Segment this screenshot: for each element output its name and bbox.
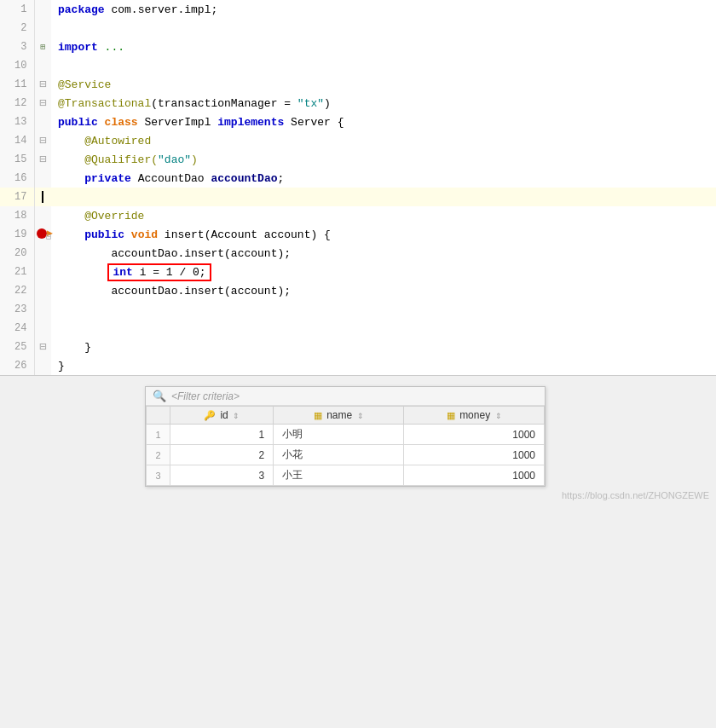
- table-col-icon: ▦: [314, 410, 322, 420]
- line-code: import ...: [51, 38, 716, 56]
- annotation: @Service: [58, 78, 111, 91]
- line-code: }: [51, 356, 716, 375]
- gutter: ⊟: [34, 150, 51, 169]
- line-code: [51, 19, 716, 38]
- fold-icon[interactable]: ⊞: [40, 43, 45, 52]
- fold-down-icon[interactable]: ⊟: [39, 134, 46, 147]
- line-number: 1: [0, 0, 34, 19]
- keyword: public: [84, 228, 131, 241]
- breakpoint-icon[interactable]: [37, 228, 47, 239]
- gutter: [34, 113, 51, 131]
- line-code: public void insert(Account account) {: [51, 225, 716, 244]
- gutter: [34, 19, 51, 38]
- line-number: 12: [0, 94, 34, 113]
- line-code: @Qualifier("dao"): [51, 150, 716, 169]
- line-number: 26: [0, 356, 34, 375]
- line-code: int i = 1 / 0;: [51, 263, 716, 281]
- line-number: 15: [0, 150, 34, 169]
- annotation: @Qualifier(: [58, 153, 158, 166]
- table-header-row: 🔑 id ⇕ ▦ name ⇕ ▦ money ⇕: [147, 407, 545, 425]
- cell-id: 1: [170, 425, 274, 445]
- line-number: 18: [0, 206, 34, 225]
- table-row: 22 accountDao.insert(account);: [0, 281, 716, 300]
- db-toolbar: 🔍 <Filter criteria>: [146, 387, 545, 406]
- search-icon: 🔍: [153, 390, 166, 402]
- fold-down-icon[interactable]: ⊟: [39, 153, 46, 166]
- fold-down-icon[interactable]: ⊟: [39, 96, 46, 110]
- line-number: 22: [0, 281, 34, 300]
- col-id[interactable]: 🔑 id ⇕: [170, 407, 274, 425]
- keyword: package: [58, 3, 111, 16]
- gutter: ⊟: [34, 338, 51, 356]
- line-code: public class ServerImpl implements Serve…: [51, 113, 716, 131]
- table-row: 26 }: [0, 356, 716, 375]
- gutter: [34, 244, 51, 263]
- table-row: 11 ⊟ @Service: [0, 75, 716, 94]
- line-code: @Transactional(transactionManager = "tx"…: [51, 94, 716, 113]
- fold-icon[interactable]: ⊟: [39, 340, 46, 354]
- col-name[interactable]: ▦ name ⇕: [274, 407, 404, 425]
- table-row: 16 private AccountDao accountDao;: [0, 169, 716, 188]
- sort-icon[interactable]: ⇕: [495, 412, 502, 420]
- code-text: (transactionManager =: [151, 97, 297, 110]
- gutter: [34, 206, 51, 225]
- table-row: 2 2 小花 1000: [147, 445, 545, 465]
- table-row: 24: [0, 319, 716, 338]
- line-number: 11: [0, 75, 34, 94]
- table-row: 25 ⊟ }: [0, 338, 716, 356]
- line-number: 13: [0, 113, 34, 131]
- gutter: [34, 319, 51, 338]
- fold-down-icon[interactable]: ⊟: [39, 78, 46, 91]
- sort-icon[interactable]: ⇕: [233, 412, 240, 420]
- table-row: 3 3 小王 1000: [147, 465, 545, 486]
- line-code: accountDao.insert(account);: [51, 281, 716, 300]
- line-number: 14: [0, 131, 34, 150]
- db-panel: 🔍 <Filter criteria> 🔑 id ⇕ ▦ name ⇕ ▦ mo…: [145, 386, 546, 487]
- gutter: ⊟: [34, 94, 51, 113]
- annotation: @Transactional: [58, 97, 151, 110]
- line-number: 16: [0, 169, 34, 188]
- col-money-label: money: [459, 409, 490, 421]
- col-money[interactable]: ▦ money ⇕: [404, 407, 545, 425]
- annotation: @Override: [58, 210, 144, 222]
- table-row: 18 @Override: [0, 206, 716, 225]
- table-row: 10: [0, 56, 716, 75]
- filter-text: <Filter criteria>: [171, 390, 240, 402]
- table-row: 13 public class ServerImpl implements Se…: [0, 113, 716, 131]
- field-name: accountDao: [211, 172, 277, 185]
- int-keyword: int: [113, 266, 132, 279]
- error-highlight-box: int i = 1 / 0;: [107, 263, 211, 281]
- table-row: 14 ⊟ @Autowired: [0, 131, 716, 150]
- code-text: insert(Account account) {: [165, 228, 331, 241]
- table-row: 3 ⊞ import ...: [0, 38, 716, 56]
- gutter: [34, 169, 51, 188]
- cell-money: 1000: [404, 445, 545, 465]
- fold-down-icon[interactable]: ⊟: [46, 234, 51, 242]
- gutter: [34, 300, 51, 319]
- line-code: accountDao.insert(account);: [51, 244, 716, 263]
- line-code: private AccountDao accountDao;: [51, 169, 716, 188]
- line-code: @Autowired: [51, 131, 716, 150]
- code-text: ServerImpl: [144, 116, 217, 129]
- gutter: [34, 356, 51, 375]
- gutter: ⊞: [34, 38, 51, 56]
- line-number: 19: [0, 225, 34, 244]
- code-text: accountDao.insert(account);: [111, 285, 291, 298]
- table-row: 12 ⊟ @Transactional(transactionManager =…: [0, 94, 716, 113]
- keyword: public: [58, 116, 105, 129]
- watermark: https://blog.csdn.net/ZHONGZEWE: [0, 487, 716, 504]
- string-literal: "dao": [158, 153, 191, 166]
- gutter: ▶ ⊟: [34, 225, 51, 244]
- cell-name: 小花: [274, 445, 404, 465]
- table-row: 21 int i = 1 / 0;: [0, 263, 716, 281]
- line-number: 10: [0, 56, 34, 75]
- string-literal: "tx": [297, 97, 324, 110]
- table-row: 20 accountDao.insert(account);: [0, 244, 716, 263]
- table-row: 2: [0, 19, 716, 38]
- line-number: 3: [0, 38, 34, 56]
- code-text: ;: [277, 172, 284, 185]
- col-id-label: id: [220, 409, 228, 421]
- sort-icon[interactable]: ⇕: [357, 412, 364, 420]
- code-text: AccountDao: [138, 172, 211, 185]
- line-number: 21: [0, 263, 34, 281]
